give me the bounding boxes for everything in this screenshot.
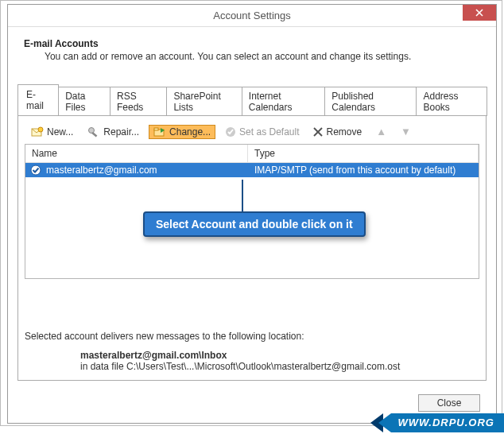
check-circle-icon xyxy=(225,126,236,138)
window-close-button[interactable] xyxy=(463,5,496,21)
repair-icon xyxy=(87,126,100,138)
new-mail-icon xyxy=(31,126,44,138)
arrow-up-icon: ▲ xyxy=(376,126,386,138)
tab-internet-calendars[interactable]: Internet Calendars xyxy=(242,87,326,116)
titlebar: Account Settings xyxy=(8,5,496,27)
set-default-label: Set as Default xyxy=(239,126,299,138)
arrow-down-icon: ▼ xyxy=(401,126,411,138)
tab-email[interactable]: E-mail xyxy=(17,84,59,115)
close-button-label: Close xyxy=(437,397,462,409)
list-header: Name Type xyxy=(25,145,479,163)
tab-published-calendars[interactable]: Published Calendars xyxy=(324,87,417,116)
svg-rect-7 xyxy=(154,128,158,130)
default-account-icon xyxy=(30,165,41,176)
account-row[interactable]: masteralbertz@gmail.com IMAP/SMTP (send … xyxy=(25,163,479,177)
col-header-type[interactable]: Type xyxy=(248,145,479,163)
close-button[interactable]: Close xyxy=(418,394,480,412)
panel-footer: Selected account delivers new messages t… xyxy=(25,331,479,372)
svg-point-3 xyxy=(38,127,43,132)
tab-strip: E-mail Data Files RSS Feeds SharePoint L… xyxy=(17,84,487,115)
account-row-type: IMAP/SMTP (send from this account by def… xyxy=(248,165,479,176)
repair-button[interactable]: Repair... xyxy=(83,125,144,139)
tab-panel-email: New... Repair... Change... xyxy=(17,115,487,381)
move-down-button: ▼ xyxy=(396,124,416,139)
intro-section: E-mail Accounts You can add or remove an… xyxy=(8,27,496,70)
account-list: Name Type masteralbertz@gmail.com IMAP/S… xyxy=(25,144,479,279)
account-row-name: masteralbertz@gmail.com xyxy=(45,165,248,176)
svg-rect-5 xyxy=(92,132,98,137)
intro-heading: E-mail Accounts xyxy=(24,38,480,49)
repair-label: Repair... xyxy=(103,126,139,138)
watermark-text: WWW.DRPU.ORG xyxy=(391,413,504,432)
tab-data-files[interactable]: Data Files xyxy=(58,87,110,116)
footer-location-bold: masteralbertz@gmail.com\Inbox xyxy=(80,350,479,361)
footer-location-path: in data file C:\Users\Test\...\Microsoft… xyxy=(80,361,479,372)
remove-button[interactable]: Remove xyxy=(308,125,366,139)
change-folder-icon xyxy=(153,126,166,138)
intro-subtext: You can add or remove an account. You ca… xyxy=(24,51,480,62)
ribbon-chevron-light-icon xyxy=(378,413,391,432)
window-title: Account Settings xyxy=(213,10,291,21)
tab-address-books[interactable]: Address Books xyxy=(416,87,487,116)
change-label: Change... xyxy=(169,126,211,138)
footer-intro: Selected account delivers new messages t… xyxy=(25,331,479,342)
col-header-name[interactable]: Name xyxy=(25,145,248,163)
toolbar: New... Repair... Change... xyxy=(25,122,479,144)
tab-sharepoint-lists[interactable]: SharePoint Lists xyxy=(166,87,242,116)
watermark-ribbon: WWW.DRPU.ORG xyxy=(370,413,504,432)
close-icon xyxy=(475,9,483,17)
new-button[interactable]: New... xyxy=(26,125,78,139)
move-up-button: ▲ xyxy=(371,124,391,139)
remove-x-icon xyxy=(313,127,323,137)
set-default-button: Set as Default xyxy=(220,125,304,139)
change-button[interactable]: Change... xyxy=(149,125,215,139)
tab-rss-feeds[interactable]: RSS Feeds xyxy=(110,87,167,116)
new-label: New... xyxy=(47,126,73,138)
instruction-callout: Select Account and double click on it xyxy=(143,211,366,237)
account-settings-window: Account Settings E-mail Accounts You can… xyxy=(7,4,497,424)
remove-label: Remove xyxy=(326,126,362,138)
callout-connector xyxy=(242,180,243,213)
